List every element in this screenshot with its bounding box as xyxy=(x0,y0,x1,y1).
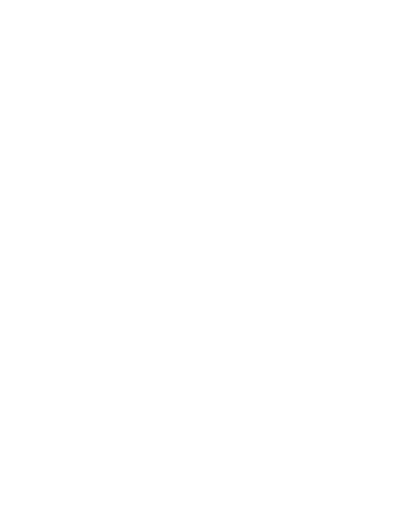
document-page: GrGrandstream Innovative IP Voice & Vide… xyxy=(0,0,411,26)
